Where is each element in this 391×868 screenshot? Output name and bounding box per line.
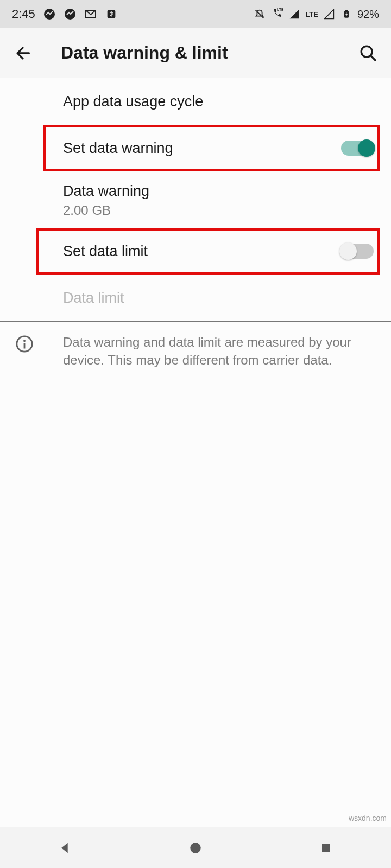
row-label: Set data warning: [63, 138, 341, 158]
status-time: 2:45: [12, 7, 35, 21]
svg-rect-11: [24, 343, 26, 349]
nav-home-button[interactable]: [179, 832, 212, 864]
row-label: Data warning: [63, 181, 374, 201]
info-footer: Data warning and data limit are measured…: [0, 322, 391, 381]
battery-charging-icon: [340, 8, 353, 21]
svg-line-8: [370, 55, 375, 60]
lte-label: LTE: [305, 10, 318, 18]
navigation-bar: [0, 827, 391, 868]
status-bar: 2:45 LTE LTE 92%: [0, 0, 391, 28]
row-usage-cycle[interactable]: App data usage cycle: [0, 78, 391, 125]
app-bar: Data warning & limit: [0, 28, 391, 78]
switch-set-data-limit[interactable]: [341, 244, 374, 259]
svg-text:LTE: LTE: [277, 8, 283, 11]
search-button[interactable]: [356, 41, 380, 65]
row-label: App data usage cycle: [63, 92, 374, 111]
row-subtext: 2.00 GB: [63, 203, 374, 218]
svg-rect-6: [345, 10, 348, 11]
dnd-icon: [253, 8, 266, 21]
row-label: Set data limit: [63, 241, 341, 261]
row-data-limit: Data limit: [0, 275, 391, 321]
nav-back-button[interactable]: [49, 832, 81, 864]
volte-icon: LTE: [270, 8, 283, 21]
svg-point-10: [23, 340, 26, 342]
watermark: wsxdn.com: [349, 814, 387, 822]
switch-set-data-warning[interactable]: [341, 141, 374, 156]
usb-icon: [105, 8, 118, 21]
row-set-data-warning[interactable]: Set data warning: [0, 125, 391, 171]
gmail-icon: [84, 8, 97, 21]
messenger-icon: [43, 8, 56, 21]
info-icon: [15, 335, 34, 353]
signal-empty-icon: [323, 8, 336, 21]
row-label: Data limit: [63, 288, 374, 308]
row-data-warning[interactable]: Data warning 2.00 GB: [0, 171, 391, 228]
messenger-icon-2: [64, 8, 77, 21]
svg-point-12: [190, 843, 201, 853]
settings-list: App data usage cycle Set data warning Da…: [0, 78, 391, 827]
page-title: Data warning & limit: [61, 43, 228, 63]
info-text: Data warning and data limit are measured…: [63, 334, 376, 369]
back-button[interactable]: [11, 41, 35, 65]
row-set-data-limit[interactable]: Set data limit: [0, 228, 391, 275]
battery-percent: 92%: [357, 8, 379, 21]
signal-full-icon: [288, 8, 301, 21]
svg-rect-13: [322, 844, 330, 852]
nav-recent-button[interactable]: [310, 832, 342, 864]
